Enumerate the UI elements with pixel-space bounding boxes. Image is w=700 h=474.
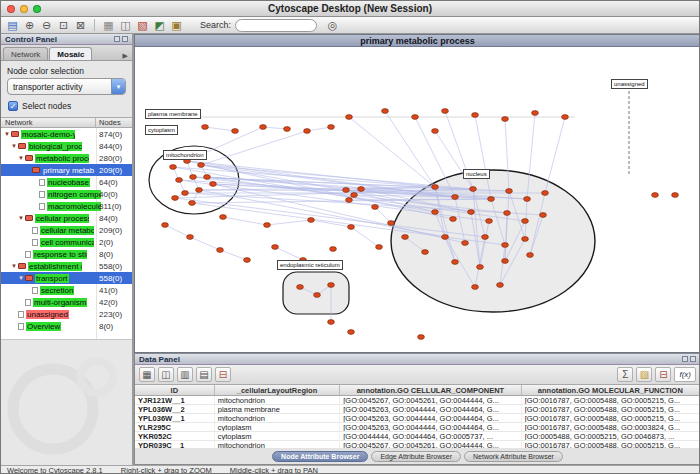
- tree-item-nucleobase[interactable]: nucleobase64(0): [1, 176, 132, 188]
- graph-node[interactable]: [470, 187, 477, 192]
- vizmapper-icon[interactable]: ◩: [152, 18, 167, 32]
- minimize-window-icon[interactable]: [20, 5, 28, 13]
- graph-node[interactable]: [264, 223, 271, 228]
- zoom-out-icon[interactable]: ⊖: [39, 18, 54, 32]
- graph-node[interactable]: [488, 197, 495, 202]
- graph-edge[interactable]: [165, 225, 190, 237]
- graph-node[interactable]: [204, 175, 211, 180]
- graph-edge[interactable]: [223, 217, 267, 225]
- overview-icon[interactable]: ◫: [118, 18, 133, 32]
- graph-node[interactable]: [162, 223, 169, 228]
- graph-edge[interactable]: [349, 117, 435, 187]
- tree-item-unassigned[interactable]: unassigned223(0): [1, 308, 132, 320]
- graph-node[interactable]: [442, 109, 449, 114]
- tab-mosaic[interactable]: Mosaic: [49, 47, 92, 60]
- tab-node-attribute-browser[interactable]: Node Attribute Browser: [272, 451, 368, 462]
- graph-node[interactable]: [190, 175, 197, 180]
- graph-node[interactable]: [187, 235, 194, 240]
- copy-icon[interactable]: ◫: [158, 367, 174, 382]
- trash-icon[interactable]: ⊟: [655, 367, 671, 382]
- graph-node[interactable]: [502, 243, 509, 248]
- graph-node[interactable]: [217, 248, 224, 253]
- graph-node[interactable]: [176, 178, 183, 183]
- graph-node[interactable]: [532, 111, 539, 116]
- table-row[interactable]: YKR052Ccytoplasm[GO:0044444, GO:0044464,…: [135, 432, 700, 441]
- tree-item-establishment-of-lo[interactable]: ▼establishment of lo558(0): [1, 260, 132, 272]
- graph-edge[interactable]: [275, 247, 303, 260]
- graph-node[interactable]: [672, 193, 679, 198]
- tree-item-multi-organism-pro[interactable]: multi-organism pro42(0): [1, 296, 132, 308]
- graph-node[interactable]: [210, 182, 217, 187]
- expand-triangle-icon[interactable]: ▼: [17, 275, 25, 281]
- network-view-title[interactable]: primary metabolic process: [135, 35, 700, 47]
- tab-scroll-right-icon[interactable]: ▶: [121, 52, 130, 60]
- graph-node[interactable]: [348, 330, 355, 335]
- row-icon[interactable]: ▤: [196, 367, 212, 382]
- graph-node[interactable]: [358, 187, 365, 192]
- graph-node[interactable]: [260, 125, 267, 130]
- network-canvas[interactable]: plasma membrane cytoplasm mitochondrion …: [135, 47, 700, 352]
- graph-node[interactable]: [314, 293, 321, 298]
- graph-node[interactable]: [196, 188, 203, 193]
- search-input[interactable]: [235, 19, 317, 32]
- graph-node[interactable]: [346, 198, 353, 203]
- zoom-in-icon[interactable]: ⊕: [22, 18, 37, 32]
- expand-triangle-icon[interactable]: ▼: [10, 143, 18, 149]
- graph-edge[interactable]: [267, 220, 311, 225]
- graph-node[interactable]: [308, 218, 315, 223]
- graph-node[interactable]: [472, 113, 479, 118]
- graph-node[interactable]: [486, 219, 493, 224]
- graph-node[interactable]: [182, 191, 189, 196]
- tree-item-mosaic-demo-yeast[interactable]: ▼mosaic-demo-yeast874(0): [1, 128, 132, 140]
- column-header-id[interactable]: ID: [135, 385, 215, 395]
- graph-edge[interactable]: [205, 127, 235, 131]
- graph-node[interactable]: [477, 265, 484, 270]
- graph-node[interactable]: [452, 260, 459, 265]
- zoom-window-icon[interactable]: [33, 5, 41, 13]
- tree-item-transport[interactable]: ▼transport558(0): [1, 272, 132, 284]
- graph-node[interactable]: [432, 185, 439, 190]
- graph-node[interactable]: [527, 253, 534, 258]
- graph-edge[interactable]: [220, 250, 247, 260]
- column-icon[interactable]: ▥: [177, 367, 193, 382]
- graph-node[interactable]: [432, 129, 439, 134]
- tree-item-biological-process[interactable]: ▼biological_process844(0): [1, 140, 132, 152]
- graph-node[interactable]: [189, 201, 196, 206]
- graph-node[interactable]: [522, 237, 529, 242]
- graph-node[interactable]: [328, 125, 335, 130]
- graph-edge[interactable]: [545, 117, 565, 193]
- tree-item-response-to-stimul[interactable]: response to stimul8(0): [1, 248, 132, 260]
- graph-node[interactable]: [402, 235, 409, 240]
- graph-node[interactable]: [468, 210, 475, 215]
- data-panel-float-icon[interactable]: [682, 356, 688, 362]
- zoom-fit-icon[interactable]: ⊠: [73, 18, 88, 32]
- graph-node[interactable]: [372, 205, 379, 210]
- graph-node[interactable]: [452, 195, 459, 200]
- open-icon[interactable]: ▨: [636, 367, 652, 382]
- graph-node[interactable]: [462, 241, 469, 246]
- table-row[interactable]: YLR295Ccytoplasm[GO:0045263, GO:0044444,…: [135, 423, 700, 432]
- graph-node[interactable]: [388, 221, 395, 226]
- panel-float-icon[interactable]: [114, 36, 120, 42]
- graph-node[interactable]: [170, 165, 177, 170]
- graph-node[interactable]: [202, 125, 209, 130]
- graph-edge[interactable]: [190, 237, 220, 250]
- expand-triangle-icon[interactable]: ▼: [17, 215, 25, 221]
- tree-item-cellular-process[interactable]: ▼cellular process84(0): [1, 212, 132, 224]
- expand-triangle-icon[interactable]: ▼: [3, 131, 11, 137]
- column-header-annotation-go-molecular-function[interactable]: annotation.GO MOLECULAR_FUNCTION: [522, 385, 700, 395]
- graph-node[interactable]: [220, 215, 227, 220]
- tree-item-secretion[interactable]: secretion41(0): [1, 284, 132, 296]
- tree-item-overview[interactable]: Overview8(0): [1, 320, 132, 332]
- zoom-selected-icon[interactable]: ⊡: [56, 18, 71, 32]
- table-row[interactable]: YJR121W__1mitochondrion[GO:0045267, GO:0…: [135, 396, 700, 405]
- graph-node[interactable]: [504, 211, 511, 216]
- snapshot-icon[interactable]: ▦: [101, 18, 116, 32]
- graph-node[interactable]: [522, 219, 529, 224]
- fx-button[interactable]: f(x): [674, 367, 696, 382]
- graph-node[interactable]: [540, 213, 547, 218]
- graph-node[interactable]: [497, 283, 504, 288]
- table-row[interactable]: YPL036W__1mitochondrion[GO:0045263, GO:0…: [135, 414, 700, 423]
- graph-node[interactable]: [524, 197, 531, 202]
- document-icon[interactable]: ▤: [5, 18, 20, 32]
